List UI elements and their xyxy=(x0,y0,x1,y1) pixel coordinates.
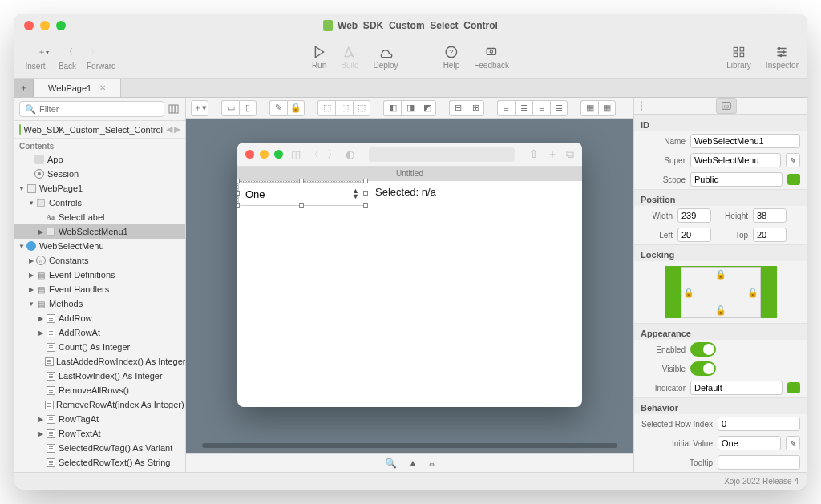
node-webpage1[interactable]: ▼WebPage1 xyxy=(14,181,185,196)
dist-btn-1[interactable]: ▦ xyxy=(580,100,598,116)
align-btn-2[interactable]: ≣ xyxy=(515,100,532,116)
order-btn-1[interactable]: ⬚ xyxy=(317,100,335,116)
layout-btn-1[interactable]: ▭ xyxy=(221,100,239,116)
align-btn-4[interactable]: ≣ xyxy=(550,100,568,116)
node-addrowat[interactable]: ▶AddRowAt xyxy=(14,325,185,340)
scope-field[interactable] xyxy=(690,172,783,187)
lock-bottom-icon[interactable]: 🔓 xyxy=(715,305,726,316)
node-methods[interactable]: ▼▤Methods xyxy=(14,296,185,311)
initval-field[interactable] xyxy=(718,436,781,450)
enabled-toggle[interactable] xyxy=(690,342,716,357)
inspector-divider-icon[interactable]: ┆ xyxy=(639,101,650,111)
arrange-btn-1[interactable]: ◧ xyxy=(383,100,401,116)
deploy-button[interactable]: Deploy xyxy=(373,45,398,70)
arrange-btn-2[interactable]: ◨ xyxy=(401,100,419,116)
height-field[interactable] xyxy=(753,208,787,223)
handle-se[interactable] xyxy=(363,203,368,208)
indicator-menu-icon[interactable] xyxy=(787,382,800,393)
node-webselectmenu1[interactable]: ▶WebSelectMenu1 xyxy=(14,224,185,239)
name-field[interactable] xyxy=(690,134,800,148)
super-field[interactable] xyxy=(690,153,781,167)
arrange-btn-3[interactable]: ◩ xyxy=(419,100,436,116)
handle-w[interactable] xyxy=(237,191,240,196)
run-button[interactable]: Run xyxy=(312,45,326,70)
edit-btn[interactable]: ✎ xyxy=(269,100,287,116)
horizontal-scrollbar[interactable] xyxy=(202,443,617,448)
selection-handles[interactable]: One ▲▼ xyxy=(237,181,366,205)
node-lastaddedrowindex[interactable]: LastAddedRowIndex() As Integer xyxy=(14,354,185,369)
node-selectlabel[interactable]: AaSelectLabel xyxy=(14,210,185,224)
space-btn-2[interactable]: ⊞ xyxy=(467,100,484,116)
indicator-field[interactable] xyxy=(690,381,783,395)
align-btn-3[interactable]: ≡ xyxy=(532,100,550,116)
canvas-area[interactable]: ◫ 〈 〉 ◐ ⇧ ＋ ⧉ Untitled xyxy=(186,119,633,453)
node-app[interactable]: App xyxy=(14,152,185,167)
selectlabel-control[interactable]: Selected: n/a xyxy=(375,186,436,198)
node-controls[interactable]: ▼Controls xyxy=(14,196,185,210)
help-button[interactable]: ? Help xyxy=(443,45,460,70)
align-btn-1[interactable]: ≡ xyxy=(497,100,515,116)
scope-indicator-icon[interactable] xyxy=(787,174,800,185)
tab-webpage1[interactable]: WebPage1 ✕ xyxy=(34,79,121,97)
insert-button[interactable]: ＋▾ xyxy=(35,44,51,60)
feedback-button[interactable]: Feedback xyxy=(474,45,509,70)
top-field[interactable] xyxy=(753,228,787,242)
order-btn-2[interactable]: ⬚ xyxy=(335,100,353,116)
search-field[interactable] xyxy=(39,104,159,114)
node-removerowat[interactable]: RemoveRowAt(index As Integer) xyxy=(14,397,185,412)
dist-btn-2[interactable]: ▦ xyxy=(598,100,616,116)
node-rowtextat[interactable]: ▶RowTextAt xyxy=(14,426,185,441)
node-eventhandlers[interactable]: ▶▤Event Handlers xyxy=(14,282,185,296)
handle-e[interactable] xyxy=(363,191,368,196)
space-btn-1[interactable]: ⊟ xyxy=(449,100,467,116)
node-webselectmenu[interactable]: ▼WebSelectMenu xyxy=(14,239,185,253)
node-constants[interactable]: ▶πConstants xyxy=(14,253,185,268)
build-button[interactable]: Build xyxy=(341,45,358,70)
order-btn-3[interactable]: ⬚ xyxy=(353,100,370,116)
new-tab-button[interactable]: ＋ xyxy=(14,79,34,97)
search-icon[interactable]: 🔍 xyxy=(385,458,397,469)
visible-toggle[interactable] xyxy=(690,361,716,376)
handle-sw[interactable] xyxy=(237,203,240,208)
lock-right-icon[interactable]: 🔓 xyxy=(747,287,758,297)
mock-content[interactable]: One ▲▼ Selected: n/a xyxy=(237,181,582,204)
node-removeallrows[interactable]: RemoveAllRows() xyxy=(14,383,185,397)
node-selectedrowtext[interactable]: SelectedRowText() As String xyxy=(14,455,185,470)
selrow-field[interactable] xyxy=(718,417,800,431)
zoom-icon[interactable] xyxy=(56,21,66,30)
handle-n[interactable] xyxy=(299,179,304,183)
close-icon[interactable]: ✕ xyxy=(99,83,106,92)
left-field[interactable] xyxy=(677,228,711,242)
node-lastrowindex[interactable]: LastRowIndex() As Integer xyxy=(14,369,185,383)
tooltip-field[interactable] xyxy=(718,455,800,470)
library-button[interactable]: Library xyxy=(726,45,751,70)
layout-btn-2[interactable]: ▯ xyxy=(239,100,257,116)
node-addrow[interactable]: ▶AddRow xyxy=(14,311,185,325)
handle-s[interactable] xyxy=(299,203,304,208)
lock-top-icon[interactable]: 🔒 xyxy=(715,269,726,280)
handle-nw[interactable] xyxy=(237,179,240,183)
lock-btn[interactable]: 🔒 xyxy=(287,100,305,116)
inspector-button[interactable]: Inspector xyxy=(766,45,799,70)
columns-icon[interactable] xyxy=(168,103,180,115)
node-selectedrowtag[interactable]: SelectedRowTag() As Variant xyxy=(14,441,185,455)
add-button[interactable]: ＋▾ xyxy=(191,100,208,116)
chevron-left-icon[interactable]: ◀ xyxy=(166,124,172,135)
node-session[interactable]: Session xyxy=(14,167,185,181)
handle-ne[interactable] xyxy=(363,179,368,183)
node-count[interactable]: Count() As Integer xyxy=(14,340,185,354)
warning-icon[interactable]: ▲ xyxy=(408,458,418,469)
edit-initval-button[interactable]: ✎ xyxy=(786,436,800,450)
node-eventdefs[interactable]: ▶▤Event Definitions xyxy=(14,268,185,282)
project-header[interactable]: Web_SDK_Custom_Select_Control ◀ ▶ xyxy=(14,121,185,139)
minimize-icon[interactable] xyxy=(40,21,50,30)
node-rowtagat[interactable]: ▶RowTagAt xyxy=(14,412,185,426)
inspector-mode-button[interactable]: ID xyxy=(716,98,737,114)
rss-icon[interactable]: ⏛ xyxy=(429,458,435,469)
width-field[interactable] xyxy=(677,208,711,223)
search-input[interactable]: 🔍 xyxy=(19,101,164,117)
chevron-right-icon[interactable]: ▶ xyxy=(174,124,180,135)
locking-widget[interactable]: 🔒 🔒 🔓 🔓 xyxy=(665,266,777,318)
edit-super-button[interactable]: ✎ xyxy=(786,153,800,167)
close-icon[interactable] xyxy=(24,21,34,30)
